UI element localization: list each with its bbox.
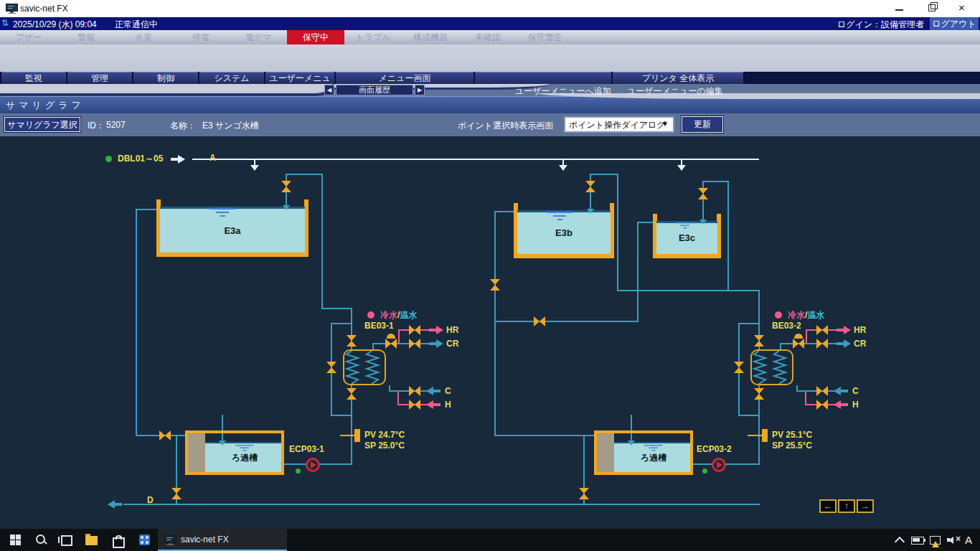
pv-value[interactable]: PV 24.7°C xyxy=(364,430,405,440)
valve-icon[interactable] xyxy=(171,488,182,499)
menu-control[interactable]: 制御 xyxy=(133,72,198,84)
valve-icon[interactable] xyxy=(409,325,420,335)
sensor-connector xyxy=(748,435,762,436)
nav-right-button[interactable]: → xyxy=(857,499,874,513)
valve-icon[interactable] xyxy=(816,325,828,335)
valve-icon[interactable] xyxy=(698,188,708,199)
minimize-button[interactable] xyxy=(883,0,915,17)
port-label-cr: CR xyxy=(446,339,458,349)
valve-icon[interactable] xyxy=(159,430,171,441)
motor-valve-icon[interactable] xyxy=(385,339,397,349)
heat-exchanger-label[interactable]: BE03-1 xyxy=(364,321,394,331)
tab-buzzer[interactable]: ブザー xyxy=(0,30,57,44)
valve-icon[interactable] xyxy=(579,488,589,499)
filter-tank-2[interactable]: ろ過槽 xyxy=(594,430,693,475)
nav-up-button[interactable]: ↑ xyxy=(838,499,855,513)
heat-exchanger-icon[interactable] xyxy=(750,349,793,385)
pump-label[interactable]: ECP03-2 xyxy=(697,444,732,454)
valve-icon[interactable] xyxy=(816,400,828,410)
valve-icon[interactable] xyxy=(347,335,357,347)
tank-label: E3a xyxy=(161,225,304,236)
summary-graph-select-button[interactable]: サマリグラフ選択 xyxy=(4,117,80,132)
motor-valve-actuator-icon xyxy=(387,334,395,339)
temp-sensor-icon[interactable] xyxy=(354,429,360,442)
close-button[interactable]: × xyxy=(948,0,980,17)
tab-trouble[interactable]: トラブル xyxy=(344,30,402,44)
sp-value[interactable]: SP 25.5°C xyxy=(772,441,812,451)
network-warning-icon[interactable] xyxy=(930,536,941,545)
bypass-valve-icon[interactable] xyxy=(326,362,336,373)
volume-muted-icon[interactable]: × xyxy=(947,536,963,545)
tray-chevron-up-icon[interactable] xyxy=(895,537,905,547)
logout-button[interactable]: ログアウト xyxy=(930,17,979,30)
menu-system[interactable]: システム xyxy=(199,72,264,84)
edit-user-menu-link[interactable]: ユーザーメニューの編集 xyxy=(627,85,723,98)
taskbar-app-savic-net-fx[interactable]: savic-net FX xyxy=(158,529,287,551)
heat-exchanger-icon[interactable] xyxy=(343,349,386,385)
tab-alarm[interactable]: 警報 xyxy=(57,30,115,44)
valve-icon[interactable] xyxy=(409,386,420,396)
sp-value[interactable]: SP 25.0°C xyxy=(364,441,405,451)
restore-button[interactable] xyxy=(915,0,948,17)
tab-equipment[interactable]: 構成機器 xyxy=(402,30,459,44)
supply-right-arrow xyxy=(171,155,185,164)
pipe xyxy=(693,463,760,465)
pipe xyxy=(590,174,618,175)
pinned-app-icon[interactable] xyxy=(139,534,150,545)
valve-icon[interactable] xyxy=(816,386,828,396)
menu-printer-full-view[interactable]: プリンタ 全体表示 xyxy=(613,72,743,84)
valve-icon[interactable] xyxy=(409,339,420,349)
valve-icon[interactable] xyxy=(534,316,545,326)
water-level-icon xyxy=(676,222,694,229)
update-button[interactable]: 更新 xyxy=(682,116,723,133)
pump-label[interactable]: ECP03-1 xyxy=(289,444,324,454)
pump-icon[interactable] xyxy=(712,458,726,472)
valve-icon[interactable] xyxy=(816,339,828,349)
tank-e3b[interactable]: E3b xyxy=(514,203,614,258)
menu-blank-button[interactable] xyxy=(475,72,611,84)
menu-menu-screen[interactable]: メニュー画面 xyxy=(336,72,473,84)
tab-maintenance[interactable]: 保守中 xyxy=(287,30,344,44)
screen-history-button[interactable]: 画面履歴 xyxy=(336,85,413,95)
pump-icon[interactable] xyxy=(306,458,320,472)
valve-icon[interactable] xyxy=(754,335,764,347)
store-icon[interactable] xyxy=(113,537,125,548)
valve-icon[interactable] xyxy=(490,279,500,291)
port-label-c: C xyxy=(445,386,451,396)
battery-icon[interactable] xyxy=(911,537,924,545)
temp-sensor-icon[interactable] xyxy=(762,429,768,442)
pv-value[interactable]: PV 25.1°C xyxy=(772,430,812,440)
supply-source-label[interactable]: DBL01～05 xyxy=(118,153,163,165)
valve-icon[interactable] xyxy=(409,400,420,410)
pipe-hot xyxy=(805,392,806,405)
valve-icon[interactable] xyxy=(585,181,595,192)
motor-valve-icon[interactable] xyxy=(793,339,804,349)
history-prev-button[interactable]: ◀ xyxy=(324,85,334,95)
add-to-user-menu-link[interactable]: ユーザーメニューへ追加 xyxy=(515,85,611,98)
menu-user-menu[interactable]: ユーザーメニュー xyxy=(265,72,334,84)
tab-power-failure[interactable]: 停電 xyxy=(172,30,230,44)
tab-maintenance-warning[interactable]: 保守警告 xyxy=(517,30,574,44)
tab-fire[interactable]: 火災 xyxy=(115,30,172,44)
point-display-dropdown[interactable]: ポイント操作ダイアログ ▼ xyxy=(564,116,674,133)
heat-exchanger-label[interactable]: BE03-2 xyxy=(772,321,801,331)
tab-unconfirmed[interactable]: 未確認 xyxy=(459,30,517,44)
valve-icon[interactable] xyxy=(754,388,764,400)
sensor-connector xyxy=(340,435,354,436)
dropdown-value: ポイント操作ダイアログ xyxy=(569,119,666,131)
valve-icon[interactable] xyxy=(281,181,291,192)
history-next-button[interactable]: ▶ xyxy=(415,85,425,95)
start-button[interactable] xyxy=(10,534,21,545)
ime-indicator[interactable]: A xyxy=(965,534,972,546)
menu-monitoring[interactable]: 監視 xyxy=(1,72,66,84)
search-icon[interactable] xyxy=(35,534,47,545)
tank-e3c[interactable]: E3c xyxy=(653,214,721,258)
menu-management[interactable]: 管理 xyxy=(67,72,132,84)
valve-icon[interactable] xyxy=(347,388,357,400)
task-view-icon[interactable] xyxy=(58,535,72,545)
nav-left-button[interactable]: ← xyxy=(819,499,837,513)
file-explorer-icon[interactable] xyxy=(85,536,98,545)
tab-demand[interactable]: 電デマ xyxy=(230,30,287,44)
bypass-valve-icon[interactable] xyxy=(734,362,744,373)
filter-tank-1[interactable]: ろ過槽 xyxy=(185,430,284,475)
